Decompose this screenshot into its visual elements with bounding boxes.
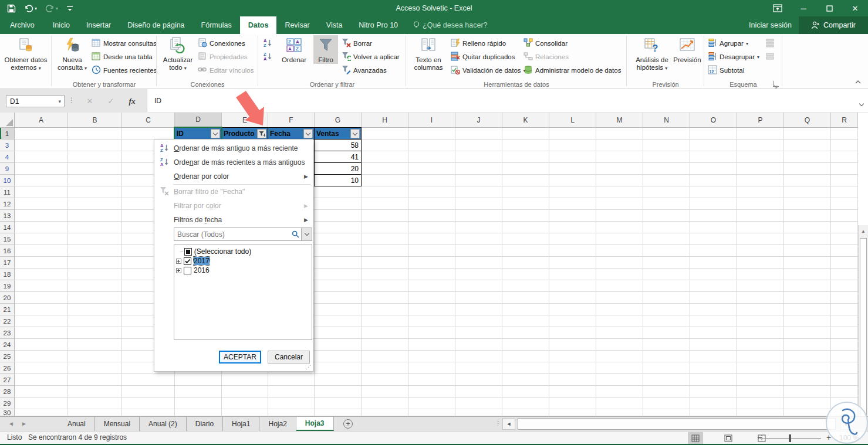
cell-M10[interactable]: [596, 175, 643, 186]
cell-K3[interactable]: [502, 140, 549, 151]
cell-I26[interactable]: [408, 362, 455, 374]
row-header-20[interactable]: 20: [0, 292, 15, 304]
cell-H14[interactable]: [362, 222, 408, 233]
cell-M17[interactable]: [596, 257, 643, 269]
checkbox-2016[interactable]: [184, 267, 191, 274]
hide-detail-button[interactable]: [765, 50, 775, 63]
cell-P12[interactable]: [737, 198, 784, 210]
zoom-slider[interactable]: [766, 438, 821, 439]
recent-sources-button[interactable]: Fuentes recientes: [92, 64, 157, 77]
cell-L29[interactable]: [549, 398, 596, 409]
menu-resize-grip[interactable]: ⋰: [306, 364, 311, 370]
row-header-18[interactable]: 18: [0, 269, 15, 280]
cell-O28[interactable]: [690, 386, 737, 398]
new-query-button[interactable]: Nueva consulta ▾: [55, 35, 89, 72]
cell-P28[interactable]: [737, 386, 784, 398]
column-header-B[interactable]: B: [68, 113, 122, 128]
row-header-12[interactable]: 12: [0, 198, 15, 210]
cell-J19[interactable]: [455, 280, 502, 292]
cell-O19[interactable]: [690, 280, 737, 292]
cell-I23[interactable]: [408, 327, 455, 339]
cell-K28[interactable]: [502, 386, 549, 398]
row-header-15[interactable]: 15: [0, 233, 15, 245]
cell-H25[interactable]: [362, 351, 408, 362]
cell-H3[interactable]: [362, 140, 408, 151]
horizontal-scrollbar[interactable]: ◄ ►: [502, 418, 855, 430]
cell-R14[interactable]: [831, 222, 858, 233]
cell-I24[interactable]: [408, 339, 455, 351]
cell-K4[interactable]: [502, 151, 549, 163]
cell-R20[interactable]: [831, 292, 858, 304]
cell-J30[interactable]: [455, 409, 502, 416]
cell-N22[interactable]: [643, 315, 690, 327]
cell-I1[interactable]: [408, 128, 455, 140]
cell-K24[interactable]: [502, 339, 549, 351]
row-header-23[interactable]: 23: [0, 327, 15, 339]
sheet-tab-Diario[interactable]: Diario: [187, 417, 223, 431]
cell-B23[interactable]: [68, 327, 122, 339]
sheet-tab-Anual2[interactable]: Anual (2): [140, 417, 187, 431]
cell-I16[interactable]: [408, 245, 455, 257]
cell-H17[interactable]: [362, 257, 408, 269]
cell-A26[interactable]: [15, 362, 68, 374]
cell-G25[interactable]: [315, 351, 362, 362]
cell-P22[interactable]: [737, 315, 784, 327]
forecast-sheet-button[interactable]: Previsión: [673, 35, 702, 64]
menu-item-sort-by-color[interactable]: Ordenar por color▶: [154, 169, 313, 184]
column-header-I[interactable]: I: [408, 113, 455, 128]
cell-J20[interactable]: [455, 292, 502, 304]
cell-K15[interactable]: [502, 233, 549, 245]
cell-B26[interactable]: [68, 362, 122, 374]
cell-H30[interactable]: [362, 409, 408, 416]
cell-G4-value[interactable]: 41: [314, 151, 362, 163]
menu-item-sort-oldest[interactable]: AZ Ordenar de más antiguo a más reciente: [154, 141, 313, 155]
cell-M16[interactable]: [596, 245, 643, 257]
cell-N19[interactable]: [643, 280, 690, 292]
cell-M25[interactable]: [596, 351, 643, 362]
cell-A22[interactable]: [15, 315, 68, 327]
cell-L17[interactable]: [549, 257, 596, 269]
cell-B4[interactable]: [68, 151, 122, 163]
cell-H22[interactable]: [362, 315, 408, 327]
column-header-F[interactable]: F: [268, 113, 315, 128]
cell-A18[interactable]: [15, 269, 68, 280]
expand-2016-icon[interactable]: [176, 268, 181, 273]
cell-D28[interactable]: [175, 386, 222, 398]
cell-L19[interactable]: [549, 280, 596, 292]
cell-Q19[interactable]: [784, 280, 831, 292]
row-header-10[interactable]: 10: [0, 175, 15, 186]
cell-B1[interactable]: [68, 128, 122, 140]
cell-O15[interactable]: [690, 233, 737, 245]
cell-B18[interactable]: [68, 269, 122, 280]
cell-R17[interactable]: [831, 257, 858, 269]
cell-G23[interactable]: [315, 327, 362, 339]
cell-B14[interactable]: [68, 222, 122, 233]
data-model-button[interactable]: Administrar modelo de datos: [523, 64, 621, 77]
cell-O18[interactable]: [690, 269, 737, 280]
column-header-H[interactable]: H: [362, 113, 408, 128]
cell-B27[interactable]: [68, 374, 122, 386]
column-header-N[interactable]: N: [643, 113, 690, 128]
cell-G24[interactable]: [315, 339, 362, 351]
cell-C27[interactable]: [122, 374, 175, 386]
sheet-tab-Mensual[interactable]: Mensual: [95, 417, 140, 431]
cell-J18[interactable]: [455, 269, 502, 280]
cell-R18[interactable]: [831, 269, 858, 280]
cell-H20[interactable]: [362, 292, 408, 304]
cell-R22[interactable]: [831, 315, 858, 327]
cell-Q16[interactable]: [784, 245, 831, 257]
column-header-R[interactable]: R: [831, 113, 858, 128]
tell-me-box[interactable]: ¿Qué desea hacer?: [406, 16, 495, 34]
cell-I19[interactable]: [408, 280, 455, 292]
edit-links-button[interactable]: Editar vínculos: [198, 64, 254, 77]
menu-item-filter-by-color[interactable]: Filtrar por color▶: [154, 199, 313, 213]
collapse-ribbon-icon[interactable]: [855, 79, 861, 85]
cell-Q26[interactable]: [784, 362, 831, 374]
row-header-1[interactable]: 1: [0, 128, 15, 140]
cell-K20[interactable]: [502, 292, 549, 304]
cell-M11[interactable]: [596, 186, 643, 198]
cell-I18[interactable]: [408, 269, 455, 280]
cell-O29[interactable]: [690, 398, 737, 409]
cell-K29[interactable]: [502, 398, 549, 409]
cell-G29[interactable]: [315, 398, 362, 409]
